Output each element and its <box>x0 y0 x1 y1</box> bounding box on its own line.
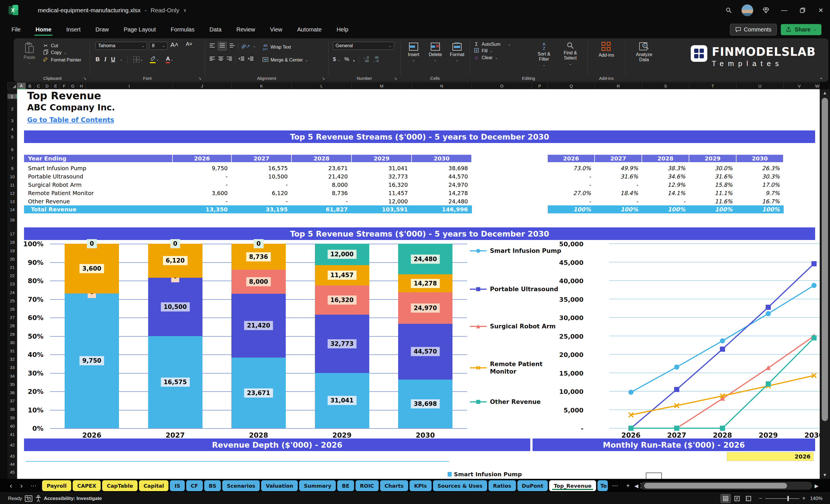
sheet-tab-bs[interactable]: BS <box>204 480 221 491</box>
diamond-icon[interactable] <box>757 2 775 18</box>
scroll-up-icon[interactable]: ▲ <box>820 90 830 96</box>
menu-tab-data[interactable]: Data <box>208 21 223 38</box>
column-header-H[interactable]: H <box>77 83 86 89</box>
decrease-decimal-button[interactable]: .00→.0 <box>373 56 378 63</box>
row-header-35[interactable]: 35 <box>7 382 17 387</box>
bold-button[interactable]: B <box>96 56 99 63</box>
row-header-26[interactable]: 26 <box>7 307 17 312</box>
column-header-O[interactable]: O <box>472 83 532 89</box>
select-all-corner[interactable] <box>7 83 17 89</box>
restore-button[interactable] <box>793 2 812 18</box>
row-header-41[interactable]: 41 <box>7 432 17 437</box>
increase-font-button[interactable]: A˄ <box>170 41 179 49</box>
column-header-L[interactable]: L <box>292 83 352 89</box>
horizontal-scroll-thumb[interactable] <box>644 483 787 489</box>
new-sheet-button[interactable]: + <box>626 482 630 490</box>
orientation-menu[interactable]: ⌄ <box>253 44 256 48</box>
column-header-P[interactable]: P <box>532 83 548 89</box>
align-bottom-button[interactable] <box>229 43 235 49</box>
vertical-scrollbar[interactable]: ▲ ▼ <box>820 89 830 479</box>
row-header-34[interactable]: 34 <box>7 374 17 378</box>
tab-nav-prev[interactable]: ‹ <box>10 482 12 490</box>
sheet-stats-icon[interactable] <box>25 496 32 502</box>
zoom-in-button[interactable]: + <box>802 495 806 502</box>
chevron-down-icon[interactable]: ∨ <box>183 8 187 13</box>
minimize-button[interactable]: — <box>775 2 793 18</box>
orientation-button[interactable]: ab↗ <box>241 43 250 49</box>
fill-button[interactable]: Fill⌄ <box>474 48 511 54</box>
sheet-tab-roic[interactable]: ROIC <box>355 480 379 491</box>
row-header-44[interactable]: 44 <box>7 462 17 467</box>
column-header-S[interactable]: S <box>642 83 689 89</box>
column-header-C[interactable]: C <box>34 83 43 89</box>
column-header-I[interactable]: I <box>86 83 173 89</box>
column-header-U[interactable]: U <box>736 83 784 89</box>
column-header-T[interactable]: T <box>689 83 736 89</box>
row-header-20[interactable]: 20 <box>7 257 17 261</box>
row-header-3[interactable]: 3 <box>7 118 17 123</box>
insert-cells-button[interactable]: Insert⌄ <box>403 42 424 62</box>
row-header-4[interactable]: 4 <box>7 127 17 132</box>
row-header-19[interactable]: 19 <box>7 248 17 253</box>
increase-decimal-button[interactable]: ←.0.00 <box>363 56 369 63</box>
align-right-button[interactable] <box>226 56 232 62</box>
row-header-27[interactable]: 27 <box>7 315 17 320</box>
zoom-level[interactable]: 140% <box>810 496 823 501</box>
italic-button[interactable]: I <box>104 56 106 63</box>
column-header-Q[interactable]: Q <box>548 83 595 89</box>
sheet-tab-summary[interactable]: Summary <box>299 480 336 491</box>
toc-hyperlink[interactable]: Go to Table of Contents <box>27 116 114 124</box>
decrease-indent-button[interactable] <box>238 56 245 62</box>
align-middle-button[interactable] <box>218 42 226 50</box>
decrease-font-button[interactable]: A˅ <box>186 41 192 47</box>
column-header-D[interactable]: D <box>43 83 52 89</box>
sheet-tab-captable[interactable]: CapTable <box>102 480 137 491</box>
column-header-B[interactable]: B <box>26 83 34 89</box>
row-header-10[interactable]: 10 <box>7 174 17 179</box>
menu-tab-file[interactable]: File <box>10 21 22 38</box>
scroll-left-icon[interactable]: ◀ <box>634 483 638 489</box>
row-header-29[interactable]: 29 <box>7 332 17 337</box>
horizontal-scrollbar[interactable] <box>641 482 812 490</box>
share-button[interactable]: Share ⌄ <box>781 24 822 35</box>
sheet-tab-capital[interactable]: Capital <box>139 480 168 491</box>
menu-tab-help[interactable]: Help <box>336 21 350 38</box>
page-break-view-button[interactable] <box>744 494 753 503</box>
column-header-A[interactable]: A <box>17 83 26 89</box>
row-header-16[interactable]: 16 <box>7 217 17 222</box>
row-header-36[interactable]: 36 <box>7 390 17 395</box>
avatar[interactable] <box>741 4 753 16</box>
row-header-5[interactable]: 5 <box>7 134 17 139</box>
page-layout-view-button[interactable] <box>732 494 742 503</box>
row-header-17[interactable]: 17 <box>7 231 17 236</box>
column-header-G[interactable]: G <box>69 83 77 89</box>
row-header-40[interactable]: 40 <box>7 423 17 429</box>
row-header-43[interactable]: 43 <box>7 454 17 459</box>
row-headers[interactable]: 1234567910111213141617181920212223242526… <box>7 89 17 479</box>
number-dialog-launcher[interactable]: ↘ <box>394 76 397 81</box>
normal-view-button[interactable] <box>721 494 731 503</box>
merge-center-button[interactable]: Merge & Center⌄ <box>262 57 308 63</box>
row-header-24[interactable]: 24 <box>7 290 17 295</box>
clipboard-dialog-launcher[interactable]: ↘ <box>83 76 86 81</box>
column-header-V[interactable]: V <box>784 83 815 89</box>
percent-button[interactable]: % <box>344 56 349 62</box>
column-header-R[interactable]: R <box>595 83 642 89</box>
menu-tab-automate[interactable]: Automate <box>296 21 323 38</box>
addins-button[interactable]: Add-ins <box>594 42 618 58</box>
row-header-11[interactable]: 11 <box>7 183 17 187</box>
column-headers[interactable]: ABCDEFGHIJKLMNOPQRSTUVW <box>17 83 820 89</box>
sheet-tab-charts[interactable]: Charts <box>380 480 408 491</box>
column-header-N[interactable]: N <box>412 83 472 89</box>
worksheet[interactable]: Top Revenue ABC Company Inc. Go to Table… <box>17 89 820 479</box>
zoom-slider[interactable] <box>765 498 799 499</box>
menu-tab-page-layout[interactable]: Page Layout <box>123 21 157 38</box>
row-header-37[interactable]: 37 <box>7 399 17 403</box>
column-header-M[interactable]: M <box>352 83 412 89</box>
tab-nav-more[interactable]: ⋯ <box>31 483 36 489</box>
row-header-31[interactable]: 31 <box>7 348 17 353</box>
row-header-7[interactable]: 7 <box>7 156 17 161</box>
zoom-out-button[interactable]: − <box>759 495 762 502</box>
sheet-tab-be[interactable]: BE <box>337 480 354 491</box>
row-header-21[interactable]: 21 <box>7 265 17 270</box>
